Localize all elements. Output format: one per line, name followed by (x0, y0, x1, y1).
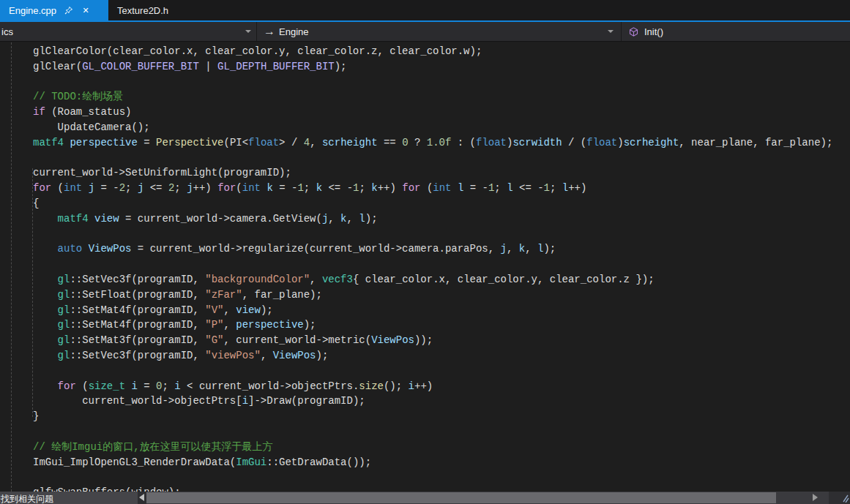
code-token: k (316, 182, 322, 194)
tab-texture2d-h[interactable]: Texture2D.h (110, 0, 208, 20)
status-message: 未找到相关问题 (0, 493, 53, 504)
code-line[interactable] (33, 75, 850, 90)
code-token: vecf3 (322, 274, 353, 285)
code-token (452, 182, 458, 194)
code-line[interactable]: // 绘制Imgui的窗口,放在这里可以使其浮于最上方 (33, 440, 850, 455)
code-token: | (199, 61, 217, 72)
code-token: matf4 (58, 213, 89, 225)
code-token: ViewPos (273, 350, 316, 361)
code-line[interactable]: matf4 view = current_world->camera.GetVi… (33, 211, 850, 227)
code-token: <= (143, 182, 168, 194)
scroll-right-arrow-icon[interactable] (813, 494, 818, 501)
code-token: ; (494, 182, 507, 194)
code-line[interactable]: for (int j = -2; j <= 2; j++) for(int k … (33, 181, 850, 196)
code-token: "P" (205, 319, 223, 331)
code-token: k (371, 182, 377, 194)
code-token: float (476, 137, 507, 148)
clipped-corner-glyph (842, 493, 850, 503)
code-line[interactable]: current_world->SetUniformLight(programID… (33, 165, 850, 181)
code-line[interactable]: matf4 perspective = Perspective(PI<float… (33, 135, 850, 151)
code-line[interactable] (33, 151, 850, 166)
close-icon[interactable]: ✕ (80, 4, 92, 16)
code-token: for (58, 380, 76, 392)
code-token: ); (316, 350, 329, 361)
member-dropdown[interactable]: Init() (622, 22, 850, 41)
code-token (33, 319, 58, 331)
code-line[interactable] (33, 470, 850, 485)
code-token: "V" (205, 304, 223, 316)
code-token: int (433, 182, 451, 194)
code-line[interactable]: UpdateCamera(); (33, 120, 850, 135)
code-token: ); (304, 319, 316, 331)
type-dropdown[interactable]: → Engine (258, 22, 622, 41)
code-line[interactable]: ImGui_ImplOpenGL3_RenderDrawData(ImGui::… (33, 455, 850, 470)
code-token: ::SetMat4f(programID, (70, 319, 205, 331)
code-token: j (501, 243, 507, 255)
code-line[interactable]: glfwSwapBuffers(window); (33, 485, 850, 492)
code-token: ::SetVec3f(programID, (70, 350, 205, 361)
code-line[interactable]: gl::SetVec3f(programID, "backgroundColor… (33, 272, 850, 287)
code-editor[interactable]: glClearColor(clear_color.x, clear_color.… (0, 42, 850, 492)
code-token: glClearColor(clear_color.x, clear_color.… (33, 45, 482, 57)
horizontal-scrollbar-thumb[interactable] (146, 492, 776, 503)
code-line[interactable] (33, 227, 850, 242)
code-token: // 绘制Imgui的窗口,放在这里可以使其浮于最上方 (33, 441, 273, 453)
code-token: 0 (156, 380, 162, 392)
code-token: = - (94, 182, 119, 194)
code-token: ; (359, 182, 371, 194)
document-tab-bar: Engine.cpp ✕ Texture2D.h (0, 0, 850, 20)
code-token: scrheight (624, 137, 679, 148)
code-token (33, 243, 58, 255)
code-token: 1.0f (427, 137, 452, 148)
tab-engine-cpp[interactable]: Engine.cpp ✕ (0, 0, 108, 20)
code-line[interactable]: glClearColor(clear_color.x, clear_color.… (33, 44, 850, 59)
code-token: ++) (414, 380, 433, 392)
code-token: scrwidth (512, 137, 562, 148)
code-token: ); (365, 213, 378, 225)
code-token (33, 289, 58, 301)
code-line[interactable] (33, 424, 850, 440)
tab-label: Engine.cpp (9, 5, 56, 16)
code-token (89, 213, 94, 225)
code-line[interactable]: gl::SetVec3f(programID, "viewPos", ViewP… (33, 348, 850, 364)
code-line[interactable]: } (33, 409, 850, 424)
goto-arrow-icon: → (264, 22, 275, 41)
code-token: , (223, 304, 236, 316)
code-line[interactable] (33, 257, 850, 272)
code-token: , (347, 213, 359, 225)
code-line[interactable]: gl::SetMat4f(programID, "P", perspective… (33, 317, 850, 333)
scroll-left-arrow-icon[interactable] (139, 494, 144, 501)
code-line[interactable]: if (Roam_status) (33, 105, 850, 120)
code-token: 1 (544, 182, 550, 194)
code-token: i (409, 380, 414, 392)
code-line[interactable]: gl::SetFloat(programID, "zFar", far_plan… (33, 287, 850, 303)
code-token: l (562, 182, 568, 194)
code-token: <= - (513, 182, 544, 194)
code-token: ::SetMat4f(programID, (70, 304, 205, 316)
pin-icon[interactable] (64, 5, 74, 15)
project-scope-label: ics (0, 26, 13, 37)
code-line[interactable]: // TODO:绘制场景 (33, 89, 850, 105)
code-line[interactable]: for (size_t i = 0; i < current_world->ob… (33, 379, 850, 394)
code-line[interactable]: current_world->objectPtrs[i]->Draw(progr… (33, 394, 850, 409)
code-line[interactable] (33, 364, 850, 379)
code-line[interactable]: gl::SetMat4f(programID, "V", view); (33, 303, 850, 318)
code-token: ? (409, 137, 427, 148)
code-token: = - (463, 182, 488, 194)
code-line[interactable]: gl::SetMat3f(programID, "G", current_wor… (33, 333, 850, 348)
project-scope-dropdown[interactable]: ics (0, 22, 257, 41)
code-token: gl (58, 289, 70, 301)
code-token: gl (58, 319, 70, 331)
code-token: > / (279, 137, 304, 148)
chevron-down-icon (245, 30, 251, 33)
code-token: )); (414, 334, 433, 346)
code-token: , (223, 319, 236, 331)
tab-label: Texture2D.h (117, 5, 168, 16)
code-token: "G" (205, 334, 223, 346)
code-token: int (64, 182, 82, 194)
code-line[interactable]: glClear(GL_COLOR_BUFFER_BIT | GL_DEPTH_B… (33, 59, 850, 75)
code-token (82, 182, 88, 194)
code-line[interactable]: { (33, 196, 850, 211)
status-panel: 未找到相关问题 (0, 492, 138, 504)
code-line[interactable]: auto ViewPos = current_world->regularize… (33, 241, 850, 257)
